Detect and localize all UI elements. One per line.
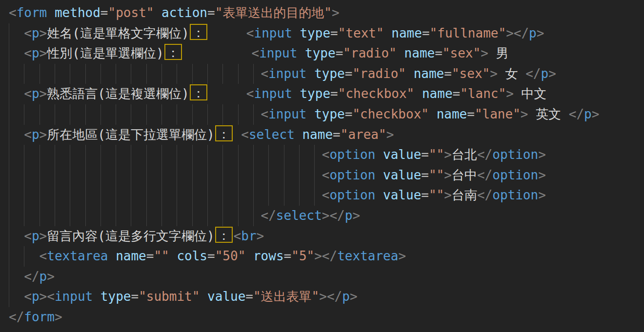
code-line[interactable]: <p><input type="submit" value="送出表單"></p… (9, 287, 644, 307)
code-token-text: 姓名(這是單格文字欄位) (47, 26, 189, 40)
code-token-string: "lanc" (460, 86, 506, 101)
code-token-string: "post" (108, 5, 154, 20)
code-line[interactable]: </select></p> (9, 206, 644, 226)
code-token-punctuation: > (40, 26, 47, 40)
code-token-equals: = (421, 147, 429, 162)
code-line[interactable]: <p>留言內容(這是多行文字欄位)：<br> (9, 226, 644, 247)
code-token-punctuation: < (24, 26, 32, 40)
code-token-tag-name: select (249, 127, 295, 142)
code-line[interactable]: <textarea name="" cols="50" rows="5"></t… (9, 246, 644, 267)
code-token-tag-name: p (32, 229, 40, 243)
code-token-string: "送出表單" (253, 289, 319, 304)
code-line[interactable]: </p> (9, 267, 644, 287)
code-line[interactable]: <form method="post" action="表單送出的目的地"> (9, 3, 644, 23)
indent-guides (9, 23, 24, 44)
code-token-text (234, 127, 242, 142)
code-token-string: "lane" (475, 107, 521, 121)
code-token-equals: = (330, 86, 338, 101)
code-editor[interactable]: <form method="post" action="表單送出的目的地"><p… (0, 0, 644, 332)
code-token-tag-name: option (329, 188, 375, 202)
code-token-tag-name: option (492, 168, 538, 182)
code-token-punctuation: < (322, 188, 330, 202)
code-line[interactable]: <p>性別(這是單選欄位)： <input type="radio" name=… (9, 43, 644, 64)
code-token-equals: = (330, 26, 338, 40)
indent-guides (9, 145, 322, 165)
code-token-punctuation: < (24, 127, 32, 142)
code-token-tag-name: p (529, 26, 537, 40)
unicode-highlight-box: ： (190, 84, 207, 100)
code-token-string: "sex" (443, 46, 481, 60)
code-token-text (93, 289, 101, 304)
code-token-text: 女 (498, 66, 525, 81)
code-token-equals: = (345, 66, 353, 81)
code-token-string: "area" (341, 127, 386, 142)
indent-guides (9, 104, 261, 125)
code-token-punctuation: > (40, 86, 47, 101)
code-token-punctuation: > (40, 229, 47, 243)
code-token-text: 英文 (528, 107, 568, 121)
code-token-punctuation: ></ (322, 208, 345, 223)
code-line[interactable]: <option value="">台中</option> (9, 165, 644, 186)
code-token-punctuation: > (40, 46, 47, 60)
code-token-text (208, 86, 246, 101)
code-token-string: "" (429, 188, 444, 202)
code-token-punctuation: > (40, 127, 47, 142)
code-token-attribute-name: name (414, 66, 444, 81)
code-token-punctuation: > (481, 46, 488, 60)
code-token-punctuation: > (506, 86, 514, 101)
code-token-equals: = (131, 289, 139, 304)
code-token-punctuation: >< (40, 289, 55, 304)
code-token-punctuation: ></ (314, 249, 337, 263)
code-token-punctuation: </ (261, 208, 276, 223)
code-token-attribute-name: type (300, 26, 330, 40)
code-token-equals: = (444, 66, 452, 81)
code-token-tag-name: p (342, 289, 350, 304)
code-token-tag-name: p (32, 86, 40, 101)
code-token-punctuation: </ (477, 188, 492, 202)
code-token-tag-name: form (17, 5, 47, 20)
code-token-attribute-name: value (383, 147, 421, 162)
code-token-attribute-name: value (383, 188, 421, 202)
code-token-attribute-name: type (314, 66, 345, 81)
code-token-text (297, 46, 305, 60)
code-token-attribute-name: cols (177, 249, 207, 263)
code-token-attribute-name: type (305, 46, 336, 60)
code-token-punctuation: < (24, 46, 32, 60)
code-token-punctuation: > (538, 168, 546, 182)
code-token-tag-name: input (259, 46, 297, 60)
code-token-string: "sex" (452, 66, 490, 81)
code-token-tag-name: input (268, 66, 306, 81)
code-token-punctuation: > (444, 147, 452, 162)
code-token-attribute-name: method (55, 5, 101, 20)
code-token-text: 所在地區(這是下拉選單欄位) (47, 127, 214, 142)
indent-guides (9, 267, 24, 287)
indent-guides (9, 43, 24, 64)
code-token-equals: = (435, 46, 443, 60)
code-token-tag-name: option (492, 147, 538, 162)
code-token-punctuation: ></ (506, 26, 529, 40)
code-token-tag-name: p (541, 66, 549, 81)
code-token-punctuation: < (246, 26, 254, 40)
code-token-tag-name: input (55, 289, 93, 304)
code-token-punctuation: < (24, 229, 32, 243)
code-token-tag-name: input (254, 26, 292, 40)
code-line[interactable]: <input type="checkbox" name="lane"> 英文 <… (9, 104, 644, 125)
code-token-punctuation: </ (9, 310, 24, 324)
code-line[interactable]: <option value="">台南</option> (9, 185, 644, 206)
code-token-punctuation: > (538, 188, 546, 202)
code-line[interactable]: <p>姓名(這是單格文字欄位)： <input type="text" name… (9, 23, 644, 44)
code-token-text (292, 86, 300, 101)
code-token-text (295, 127, 302, 142)
code-line[interactable]: </form> (9, 307, 644, 328)
code-token-punctuation: < (251, 46, 259, 60)
code-line[interactable]: <p>熟悉語言(這是複選欄位)： <input type="checkbox" … (9, 84, 644, 104)
code-line[interactable]: <option value="">台北</option> (9, 145, 644, 165)
code-token-text (384, 26, 392, 40)
code-token-tag-name: p (32, 289, 40, 304)
code-line[interactable]: <p>所在地區(這是下拉選單欄位)： <select name="area"> (9, 125, 644, 145)
code-token-punctuation: > (537, 26, 544, 40)
code-line[interactable]: <input type="radio" name="sex"> 女 </p> (9, 64, 644, 84)
code-token-text: 中文 (514, 86, 547, 101)
code-token-text (47, 5, 55, 20)
indent-guides (9, 206, 261, 226)
